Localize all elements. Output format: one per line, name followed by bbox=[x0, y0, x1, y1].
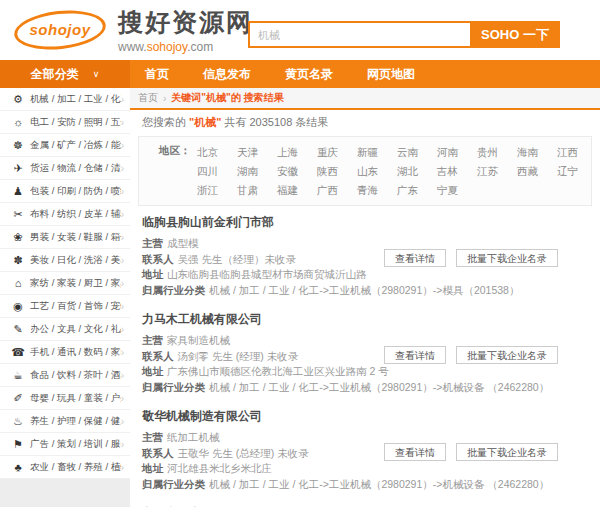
region-link[interactable]: 吉林 bbox=[437, 163, 477, 182]
region-link[interactable]: 安徽 bbox=[277, 163, 317, 182]
nav-item[interactable]: 信息发布 bbox=[203, 66, 251, 83]
sidebar-category-item[interactable]: ✈ 货运 / 物流 / 仓储 / 清关 › bbox=[0, 157, 130, 180]
summary-keyword: "机械" bbox=[189, 115, 221, 130]
listing-actions: 查看详情 批量下载企业名录 bbox=[384, 443, 558, 461]
region-link[interactable]: 广西 bbox=[317, 182, 357, 200]
region-link[interactable]: 湖北 bbox=[397, 163, 437, 182]
nav-item[interactable]: 首页 bbox=[145, 66, 169, 83]
address-value: 河北雄县米北乡米北庄 bbox=[167, 462, 272, 474]
category-icon: ✐ bbox=[10, 392, 26, 405]
address-value: 山东临朐县临朐县城型材市场商贸城沂山路 bbox=[167, 268, 367, 280]
sidebar-category-item[interactable]: ✽ 美妆 / 日化 / 洗浴 / 美容 › bbox=[0, 249, 130, 272]
chevron-right-icon: › bbox=[121, 186, 124, 197]
view-details-button[interactable]: 查看详情 bbox=[384, 346, 446, 364]
chevron-right-icon: › bbox=[121, 209, 124, 220]
sidebar-category-item[interactable]: ✐ 母婴 / 玩具 / 童装 / 户外 › bbox=[0, 387, 130, 410]
region-link[interactable]: 上海 bbox=[277, 144, 317, 163]
logo-text: sohojoy bbox=[14, 21, 106, 38]
chevron-right-icon: › bbox=[121, 255, 124, 266]
category-label: 包装 / 印刷 / 防伪 / 喷绘 bbox=[30, 185, 121, 198]
url-suffix: .com bbox=[187, 40, 213, 54]
sidebar-category-item[interactable]: ✎ 办公 / 文具 / 文化 / 礼品 › bbox=[0, 318, 130, 341]
chevron-right-icon: › bbox=[121, 278, 124, 289]
contact-label: 联系人 bbox=[142, 253, 174, 265]
sidebar-category-item[interactable]: ❀ 男装 / 女装 / 鞋服 / 箱包 › bbox=[0, 226, 130, 249]
listing-address-row: 地址山东临朐县临朐县城型材市场商贸城沂山路 bbox=[142, 267, 600, 283]
region-link[interactable]: 河南 bbox=[437, 144, 477, 163]
listing-address-row: 地址河北雄县米北乡米北庄 bbox=[142, 461, 600, 477]
sidebar-category-item[interactable]: ♟ 包装 / 印刷 / 防伪 / 喷绘 › bbox=[0, 180, 130, 203]
region-link[interactable]: 云南 bbox=[397, 144, 437, 163]
category-label: 电工 / 安防 / 照明 / 五金 bbox=[30, 116, 121, 129]
category-icon: ☸ bbox=[10, 139, 26, 152]
region-link[interactable]: 陕西 bbox=[317, 163, 357, 182]
region-link[interactable]: 北京 bbox=[197, 144, 237, 163]
region-link[interactable]: 山东 bbox=[357, 163, 397, 182]
sidebar-category-item[interactable]: ✂ 布料 / 纺织 / 皮革 / 辅料 › bbox=[0, 203, 130, 226]
batch-download-button[interactable]: 批量下载企业名录 bbox=[456, 443, 558, 461]
listing-title-link[interactable]: 临朐县朐山前金利门市部 bbox=[142, 214, 600, 231]
category-sidebar: ⚙ 机械 / 加工 / 工业 / 化工 › ☼ 电工 / 安防 / 照明 / 五… bbox=[0, 88, 130, 479]
batch-download-button[interactable]: 批量下载企业名录 bbox=[456, 249, 558, 267]
listing-results: 临朐县朐山前金利门市部 主营成型模 联系人吴强 先生（经理）未收录 地址山东临朐… bbox=[130, 212, 600, 507]
site-title-block: 搜好资源网 www.sohojoy.com bbox=[118, 6, 253, 54]
sidebar-category-item[interactable]: ⚑ 广告 / 策划 / 培训 / 服务 › bbox=[0, 433, 130, 456]
view-details-button[interactable]: 查看详情 bbox=[384, 249, 446, 267]
region-link[interactable]: 宁夏 bbox=[437, 182, 477, 200]
chevron-right-icon: › bbox=[121, 439, 124, 450]
chevron-right-icon: › bbox=[121, 117, 124, 128]
sidebar-category-item[interactable]: ⚙ 机械 / 加工 / 工业 / 化工 › bbox=[0, 88, 130, 111]
view-details-button[interactable]: 查看详情 bbox=[384, 443, 446, 461]
region-link[interactable]: 天津 bbox=[237, 144, 277, 163]
region-link[interactable]: 江苏 bbox=[477, 163, 517, 182]
batch-download-button[interactable]: 批量下载企业名录 bbox=[456, 346, 558, 364]
url-brand: sohojoy bbox=[147, 40, 187, 54]
breadcrumb-home-link[interactable]: 首页 bbox=[138, 91, 158, 105]
category-label: 农业 / 畜牧 / 养殖 / 植物 bbox=[30, 461, 121, 474]
region-link[interactable]: 西藏 bbox=[517, 163, 557, 182]
breadcrumb-separator: › bbox=[163, 93, 166, 104]
region-link[interactable]: 贵州 bbox=[477, 144, 517, 163]
header: sohojoy 搜好资源网 www.sohojoy.com SOHO 一下 bbox=[0, 0, 600, 60]
region-link[interactable]: 四川 bbox=[197, 163, 237, 182]
results-summary: 您搜索的 "机械" 共有 2035108 条结果 bbox=[130, 110, 600, 134]
site-logo[interactable]: sohojoy bbox=[14, 11, 106, 49]
region-link[interactable]: 浙江 bbox=[197, 182, 237, 200]
address-label: 地址 bbox=[142, 268, 163, 280]
contact-label: 联系人 bbox=[142, 447, 174, 459]
listing-category-row: 归属行业分类机械 / 加工 / 工业 / 化工->工业机械（2980291）->… bbox=[142, 380, 600, 396]
region-link[interactable]: 青海 bbox=[357, 182, 397, 200]
region-link[interactable]: 江西 bbox=[557, 144, 591, 163]
region-link[interactable]: 福建 bbox=[277, 182, 317, 200]
main-label: 主营 bbox=[142, 237, 163, 249]
sidebar-category-item[interactable]: ◉ 工艺 / 百货 / 首饰 / 宠物 › bbox=[0, 295, 130, 318]
category-label: 广告 / 策划 / 培训 / 服务 bbox=[30, 438, 121, 451]
all-categories-button[interactable]: 全部分类 ∨ bbox=[0, 60, 130, 88]
region-link[interactable]: 湖南 bbox=[237, 163, 277, 182]
search-input[interactable] bbox=[248, 21, 470, 48]
page: sohojoy 搜好资源网 www.sohojoy.com SOHO 一下 全部… bbox=[0, 0, 600, 507]
region-link[interactable]: 重庆 bbox=[317, 144, 357, 163]
region-link[interactable]: 辽宁 bbox=[557, 163, 591, 182]
listing-title-link[interactable]: 敬华机械制造有限公司 bbox=[142, 408, 600, 425]
nav-item[interactable]: 网页地图 bbox=[367, 66, 415, 83]
sidebar-category-item[interactable]: ☕ 食品 / 饮料 / 茶叶 / 酒类 › bbox=[0, 364, 130, 387]
category-label: 布料 / 纺织 / 皮革 / 辅料 bbox=[30, 208, 121, 221]
category-label: 办公 / 文具 / 文化 / 礼品 bbox=[30, 323, 121, 336]
sidebar-category-item[interactable]: ⌂ 家纺 / 家装 / 厨卫 / 家具 › bbox=[0, 272, 130, 295]
region-link[interactable]: 新疆 bbox=[357, 144, 397, 163]
sidebar-category-item[interactable]: ♨ 养生 / 护理 / 保健 / 健康 › bbox=[0, 410, 130, 433]
search-button[interactable]: SOHO 一下 bbox=[470, 21, 560, 48]
region-link[interactable]: 海南 bbox=[517, 144, 557, 163]
sidebar-category-item[interactable]: ♣ 农业 / 畜牧 / 养殖 / 植物 › bbox=[0, 456, 130, 479]
address-value: 广东佛山市顺德区伦教北海工业区兴业路南 2 号 bbox=[167, 365, 389, 377]
url-prefix: www. bbox=[118, 40, 147, 54]
listing-title-link[interactable]: 力马木工机械有限公司 bbox=[142, 311, 600, 328]
sidebar-category-item[interactable]: ☼ 电工 / 安防 / 照明 / 五金 › bbox=[0, 111, 130, 134]
nav-item[interactable]: 黄页名录 bbox=[285, 66, 333, 83]
sidebar-category-item[interactable]: ☎ 手机 / 通讯 / 数码 / 家电 › bbox=[0, 341, 130, 364]
region-link[interactable]: 甘肃 bbox=[237, 182, 277, 200]
region-link[interactable]: 广东 bbox=[397, 182, 437, 200]
sidebar-category-item[interactable]: ☸ 金属 / 矿产 / 冶炼 / 能源 › bbox=[0, 134, 130, 157]
category-icon: ☎ bbox=[10, 346, 26, 359]
